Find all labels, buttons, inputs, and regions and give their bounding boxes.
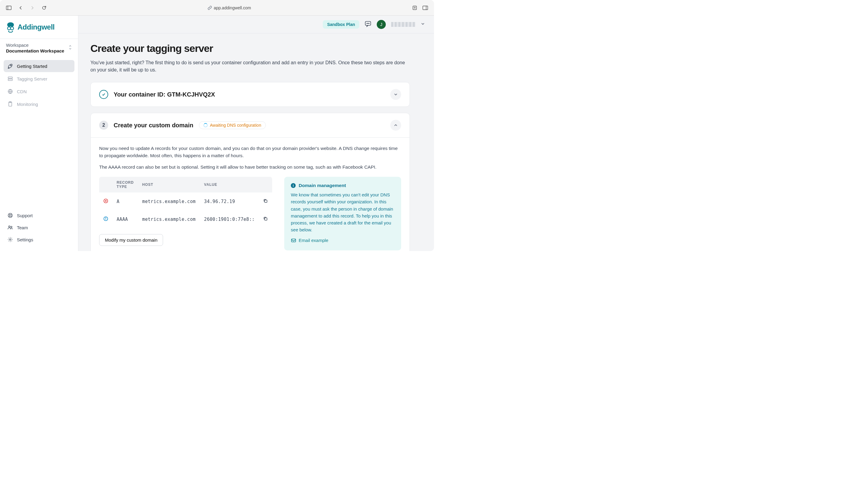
- rocket-icon: [7, 63, 13, 69]
- panel-icon[interactable]: [423, 6, 428, 10]
- step2-body1: Now you need to update A records for you…: [99, 145, 401, 159]
- lifebuoy-icon: [7, 212, 13, 219]
- step1-card: Your container ID: GTM-KCJHVQ2X: [90, 82, 410, 107]
- sidebar-item-label: Settings: [17, 237, 33, 242]
- sidebar-item-label: Monitoring: [17, 102, 38, 107]
- sidebar-item-tagging-server[interactable]: Tagging Server: [3, 73, 74, 85]
- sidebar-item-getting-started[interactable]: Getting Started: [3, 60, 74, 72]
- step2-title: Create your custom domain: [114, 122, 194, 129]
- svg-rect-29: [265, 218, 267, 220]
- avatar[interactable]: J: [377, 20, 386, 29]
- page-intro: You've just started, right? The first th…: [90, 59, 410, 74]
- sidebar: Addingwell Workspace Documentation Works…: [0, 16, 79, 251]
- svg-point-7: [8, 27, 11, 30]
- gear-icon: [7, 237, 13, 243]
- svg-point-21: [367, 23, 368, 24]
- topbar: Sandbox Plan J: [79, 16, 434, 33]
- brand-name: Addingwell: [18, 23, 54, 31]
- modify-domain-button[interactable]: Modify my custom domain: [99, 234, 163, 246]
- workspace-selector[interactable]: Workspace Documentation Workspace: [0, 39, 78, 58]
- table-row: A metrics.example.com 34.96.72.19: [99, 192, 272, 210]
- info-text: We know that sometimes you can't edit yo…: [291, 191, 394, 233]
- record-type: A: [112, 192, 138, 210]
- svg-rect-11: [8, 79, 12, 81]
- copy-button[interactable]: [263, 217, 268, 222]
- sidebar-item-cdn[interactable]: CDN: [3, 86, 74, 98]
- status-pill: Awaiting DNS configuration: [199, 121, 266, 129]
- browser-chrome: app.addingwell.com: [0, 0, 434, 16]
- info-panel: i Domain management We know that sometim…: [284, 177, 401, 250]
- th-host: HOST: [138, 177, 200, 192]
- svg-point-19: [10, 239, 11, 240]
- svg-point-28: [105, 218, 106, 218]
- collapse-button[interactable]: [390, 120, 401, 131]
- sidebar-item-label: Team: [17, 225, 28, 230]
- svg-point-9: [11, 65, 11, 66]
- record-value: 34.96.72.19: [200, 192, 259, 210]
- back-icon[interactable]: [19, 6, 23, 10]
- user-name-redacted: [391, 22, 415, 27]
- svg-point-17: [9, 226, 10, 228]
- th-record-type: RECORD TYPE: [112, 177, 138, 192]
- brand-logo[interactable]: Addingwell: [0, 16, 78, 39]
- expand-button[interactable]: [390, 89, 401, 100]
- reader-icon[interactable]: [412, 6, 417, 10]
- record-host: metrics.example.com: [138, 210, 200, 228]
- sidebar-item-team[interactable]: Team: [3, 221, 74, 233]
- record-type: AAAA: [112, 210, 138, 228]
- workspace-name: Documentation Workspace: [6, 48, 64, 53]
- mail-icon: [291, 238, 296, 243]
- copy-button[interactable]: [263, 199, 268, 204]
- sidebar-item-label: Getting Started: [17, 64, 47, 69]
- step1-title: Your container ID: GTM-KCJHVQ2X: [114, 91, 215, 98]
- step-number: 2: [99, 121, 108, 130]
- chevron-updown-icon: [69, 45, 72, 51]
- main-content: Sandbox Plan J Create your tagging serve…: [79, 16, 434, 251]
- svg-point-8: [11, 27, 13, 30]
- sidebar-item-monitoring[interactable]: Monitoring: [3, 98, 74, 110]
- sidebar-item-support[interactable]: Support: [3, 209, 74, 221]
- info-title: Domain management: [299, 183, 346, 188]
- record-value: 2600:1901:0:77e8::: [200, 210, 259, 228]
- dns-table: RECORD TYPE HOST VALUE A: [99, 177, 272, 228]
- link-icon: [208, 6, 212, 10]
- record-host: metrics.example.com: [138, 192, 200, 210]
- sidebar-item-label: Support: [17, 213, 33, 218]
- forward-icon: [30, 6, 34, 10]
- info-badge-icon: i: [291, 183, 296, 188]
- svg-rect-30: [291, 239, 296, 242]
- logo-icon: [6, 22, 15, 32]
- step2-card: 2 Create your custom domain Awaiting DNS…: [90, 113, 410, 251]
- chevron-down-icon[interactable]: [421, 22, 425, 27]
- url-text: app.addingwell.com: [214, 6, 251, 10]
- table-row: AAAA metrics.example.com 2600:1901:0:77e…: [99, 210, 272, 228]
- globe-icon: [7, 88, 13, 94]
- clipboard-icon: [7, 101, 13, 107]
- svg-point-22: [368, 23, 368, 24]
- server-icon: [7, 76, 13, 82]
- sidebar-toggle-icon[interactable]: [6, 6, 11, 10]
- svg-rect-2: [413, 6, 416, 10]
- sidebar-item-label: CDN: [17, 89, 27, 94]
- info-icon: [103, 217, 108, 222]
- sidebar-item-settings[interactable]: Settings: [3, 233, 74, 245]
- svg-rect-25: [265, 200, 267, 202]
- step2-body2: The AAAA record can also be set but is o…: [99, 163, 401, 171]
- email-example-link[interactable]: Email example: [291, 238, 328, 243]
- check-icon: [99, 90, 108, 99]
- sidebar-item-label: Tagging Server: [17, 76, 47, 81]
- page-title: Create your tagging server: [90, 42, 410, 54]
- url-bar[interactable]: app.addingwell.com: [51, 6, 407, 10]
- svg-point-18: [11, 226, 12, 228]
- workspace-label: Workspace: [6, 42, 64, 48]
- plan-badge[interactable]: Sandbox Plan: [323, 20, 359, 29]
- chat-icon[interactable]: [365, 21, 371, 28]
- svg-point-23: [369, 23, 370, 24]
- team-icon: [7, 224, 13, 230]
- reload-icon[interactable]: [42, 6, 46, 10]
- status-text: Awaiting DNS configuration: [210, 123, 261, 128]
- svg-point-16: [9, 214, 11, 216]
- nav-list: Getting Started Tagging Server CDN Monit…: [0, 58, 78, 207]
- error-icon: [103, 199, 108, 204]
- svg-rect-0: [6, 6, 11, 10]
